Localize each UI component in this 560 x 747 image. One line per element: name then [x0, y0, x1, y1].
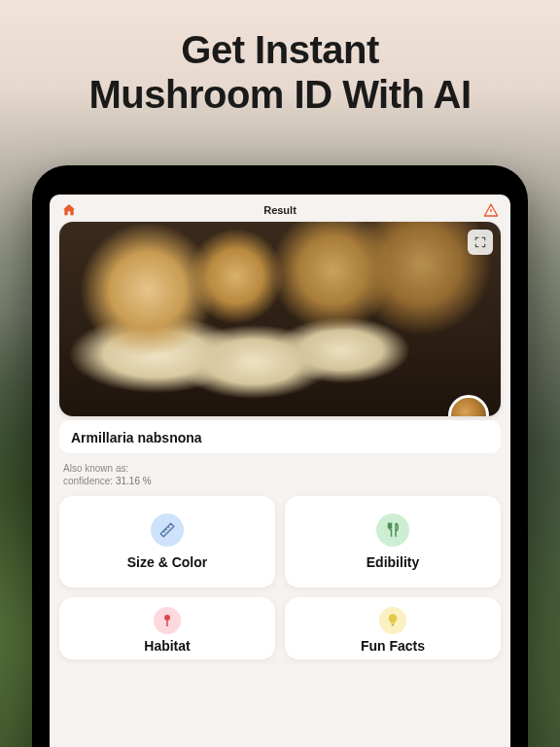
pin-icon	[154, 607, 181, 634]
result-photo-card	[59, 222, 501, 416]
tile-label: Edibility	[367, 554, 419, 570]
home-icon[interactable]	[61, 202, 77, 218]
utensils-icon	[376, 514, 409, 547]
tile-fun-facts[interactable]: Fun Facts	[285, 597, 501, 659]
mushroom-photo[interactable]	[59, 222, 501, 416]
navigation-bar: Result	[50, 195, 510, 222]
bulb-icon	[379, 607, 406, 634]
tile-habitat[interactable]: Habitat	[59, 597, 275, 659]
also-known-label: Also known as:	[63, 463, 497, 474]
warning-icon[interactable]	[483, 202, 499, 218]
device-frame: Result Armillaria nabsnona Also known as…	[32, 165, 528, 747]
app-screen: Result Armillaria nabsnona Also known as…	[50, 195, 510, 747]
confidence-value: 31.16 %	[116, 476, 152, 486]
tile-edibility[interactable]: Edibility	[285, 496, 501, 587]
tile-size-color[interactable]: Size & Color	[59, 496, 275, 587]
info-tiles: Size & Color Edibility Habitat	[59, 496, 501, 659]
species-name: Armillaria nabsnona	[59, 420, 501, 453]
result-meta: Also known as: confidence: 31.16 %	[59, 453, 501, 496]
tile-label: Habitat	[144, 638, 190, 654]
photo-thumbnail[interactable]	[448, 395, 489, 416]
tile-label: Size & Color	[127, 554, 207, 570]
svg-point-0	[164, 615, 170, 621]
tile-label: Fun Facts	[361, 638, 425, 654]
page-title: Result	[263, 204, 297, 216]
ruler-icon	[151, 514, 184, 547]
hero-line-2: Mushroom ID With AI	[88, 73, 471, 116]
hero-line-1: Get Instant	[181, 28, 378, 71]
hero-headline: Get Instant Mushroom ID With AI	[0, 0, 560, 117]
confidence-label: confidence:	[63, 476, 113, 486]
expand-icon[interactable]	[468, 230, 493, 255]
svg-rect-1	[392, 624, 395, 626]
